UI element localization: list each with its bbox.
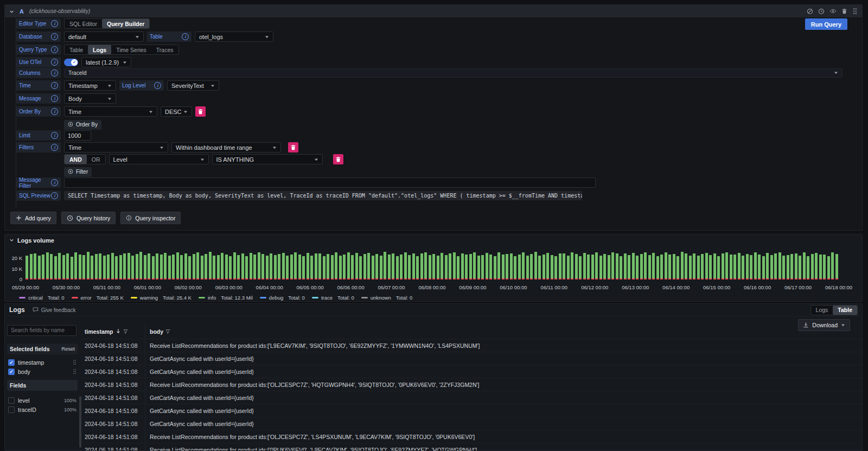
checkbox-checked[interactable]: ✓ [8, 359, 15, 366]
table-row[interactable]: 2024-06-18 14:51:08GetCartAsync called w… [81, 417, 862, 430]
legend-item-unknown[interactable]: unknownTotal: 0 [361, 295, 413, 301]
order-by-direction-select[interactable]: DESC [161, 106, 192, 117]
volume-bar [477, 256, 480, 280]
volume-bar [82, 255, 85, 280]
history-icon[interactable] [818, 8, 825, 15]
reset-fields-button[interactable]: Reset [61, 346, 75, 352]
query-type-option-table[interactable]: Table [65, 45, 88, 54]
table-select[interactable]: otel_logs [195, 31, 273, 42]
filter2-op-select[interactable]: IS ANYTHING [212, 154, 323, 164]
conjunction-option-and[interactable]: AND [65, 155, 87, 164]
info-icon[interactable]: i [51, 192, 58, 199]
drag-handle-icon[interactable] [73, 369, 76, 376]
volume-bar [392, 253, 394, 280]
message-select[interactable]: Body [64, 93, 116, 104]
filter-funnel-icon[interactable] [165, 328, 170, 335]
conjunction-option-or[interactable]: OR [87, 155, 105, 164]
table-row[interactable]: 2024-06-18 14:51:08Receive ListRecommend… [81, 339, 862, 352]
filter1-value-select[interactable]: Within dashboard time range [171, 142, 281, 153]
table-row[interactable]: 2024-06-18 14:51:08GetCartAsync called w… [81, 404, 862, 417]
info-icon[interactable]: i [182, 33, 189, 40]
info-icon[interactable]: i [51, 20, 58, 27]
body-column-header[interactable]: body [145, 325, 862, 339]
add-query-button[interactable]: Add query [10, 212, 56, 224]
info-icon[interactable]: i [154, 82, 161, 89]
legend-item-warning[interactable]: warningTotal: 25.4 K [131, 295, 192, 301]
volume-bar [831, 252, 834, 280]
log-level-select[interactable]: SeverityText [167, 80, 219, 91]
filter1-field-select[interactable]: Time [64, 142, 168, 153]
add-order-by-button[interactable]: Order By [64, 120, 101, 130]
logs-volume-bars[interactable] [25, 250, 839, 280]
filter2-field-value: Level [113, 156, 127, 163]
limit-input[interactable] [64, 130, 91, 141]
order-by-field-select[interactable]: Time [64, 106, 157, 117]
otel-version-select[interactable]: latest (1.2.9) [81, 57, 131, 67]
disable-query-icon[interactable] [807, 8, 813, 15]
info-icon[interactable]: i [51, 132, 58, 139]
collapse-chevron-icon[interactable] [9, 7, 14, 16]
use-otel-toggle[interactable]: ✓ [64, 59, 78, 66]
table-row[interactable]: 2024-06-18 14:51:08GetCartAsync called w… [81, 352, 862, 365]
editor-type-option-sql-editor[interactable]: SQL Editor [65, 19, 102, 28]
legend-item-info[interactable]: infoTotal: 12.3 Mil [199, 295, 253, 301]
legend-item-debug[interactable]: debugTotal: 0 [260, 295, 305, 301]
query-history-button[interactable]: Query history [61, 212, 116, 224]
query-type-option-time-series[interactable]: Time Series [111, 45, 151, 54]
table-row[interactable]: 2024-06-18 14:51:08GetCartAsync called w… [81, 391, 862, 404]
info-icon[interactable]: i [51, 179, 58, 186]
remove-filter2-button[interactable] [333, 154, 343, 164]
legend-item-trace[interactable]: traceTotal: 0 [312, 295, 354, 301]
sort-desc-icon[interactable] [116, 328, 121, 335]
info-icon[interactable]: i [51, 69, 58, 77]
legend-item-error[interactable]: errorTotal: 255 K [72, 295, 124, 301]
remove-order-by-button[interactable] [195, 106, 206, 117]
volume-bar [481, 255, 484, 280]
database-select[interactable]: default [64, 31, 144, 42]
legend-item-critical[interactable]: criticalTotal: 0 [19, 295, 65, 301]
info-icon[interactable]: i [51, 95, 58, 102]
drag-handle-icon[interactable] [73, 359, 76, 366]
info-icon[interactable]: i [51, 33, 58, 40]
remove-filter1-button[interactable] [288, 142, 298, 153]
x-tick-label: 06/12 00:00 [573, 284, 616, 290]
view-option-table[interactable]: Table [833, 306, 857, 315]
editor-type-option-query-builder[interactable]: Query Builder [102, 19, 149, 28]
volume-bar [367, 253, 370, 280]
query-row-header[interactable]: A (clickhouse-observability) [5, 5, 862, 17]
drag-handle-icon[interactable] [852, 8, 858, 15]
query-type-option-traces[interactable]: Traces [151, 45, 178, 54]
checkbox-unchecked[interactable] [8, 397, 15, 404]
run-query-button[interactable]: Run Query [805, 18, 847, 30]
volume-bar [782, 256, 785, 280]
info-icon[interactable]: i [51, 59, 58, 66]
info-icon[interactable]: i [51, 144, 58, 151]
filter2-field-select[interactable]: Level [109, 154, 209, 164]
checkbox-unchecked[interactable] [8, 406, 15, 413]
info-icon[interactable]: i [51, 46, 58, 53]
table-row[interactable]: 2024-06-18 14:51:08Receive ListRecommend… [81, 430, 862, 443]
give-feedback-link[interactable]: Give feedback [33, 307, 76, 314]
info-icon[interactable]: i [51, 108, 58, 115]
table-row[interactable]: 2024-06-18 14:51:08Receive ListRecommend… [81, 378, 862, 391]
query-type-option-logs[interactable]: Logs [88, 45, 111, 54]
timestamp-column-header[interactable]: timestamp [81, 328, 145, 335]
checkbox-checked[interactable]: ✓ [8, 369, 15, 375]
time-select[interactable]: Timestamp [64, 80, 116, 91]
search-fields-input[interactable] [7, 325, 76, 336]
query-inspector-button[interactable]: Query inspector [120, 212, 181, 224]
add-filter-button[interactable]: Filter [64, 167, 92, 177]
table-row[interactable]: 2024-06-18 14:51:08Receive ListRecommend… [81, 443, 862, 450]
eye-icon[interactable] [829, 8, 837, 15]
columns-multiselect[interactable]: TraceId [64, 68, 843, 78]
logs-volume-title[interactable]: Logs volume [9, 237, 54, 244]
x-tick-label: 06/02 00:00 [167, 284, 210, 290]
volume-bar [770, 255, 773, 280]
volume-bar [807, 256, 809, 280]
info-icon[interactable]: i [51, 82, 58, 89]
table-row[interactable]: 2024-06-18 14:51:08GetCartAsync called w… [81, 365, 862, 378]
message-filter-input[interactable] [64, 177, 596, 188]
trash-icon[interactable] [841, 8, 847, 14]
filter-funnel-icon[interactable] [123, 328, 128, 335]
view-option-logs[interactable]: Logs [811, 306, 833, 315]
